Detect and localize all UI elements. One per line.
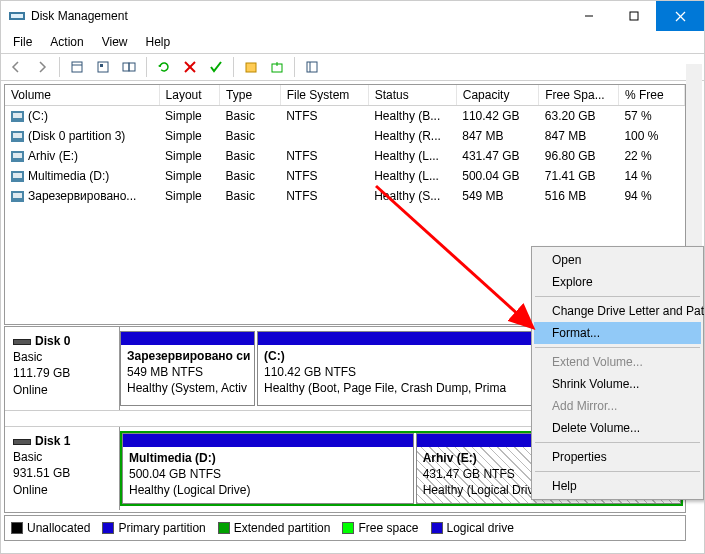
cell: 71.41 GB — [539, 166, 619, 186]
cell: Healthy (S... — [368, 186, 456, 206]
disk-size: 111.79 GB — [13, 365, 111, 381]
maximize-button[interactable] — [611, 1, 656, 31]
context-format[interactable]: Format... — [534, 322, 701, 344]
disk-header[interactable]: Disk 1 Basic 931.51 GB Online — [5, 427, 120, 510]
app-icon — [9, 8, 25, 24]
cell: Basic — [220, 186, 281, 206]
svg-rect-6 — [72, 62, 82, 72]
partition-line: 431.47 GB NTFS — [423, 467, 515, 481]
menu-action[interactable]: Action — [42, 33, 91, 51]
cell: 431.47 GB — [456, 146, 539, 166]
cell: Multimedia (D:) — [28, 169, 109, 183]
menu-help[interactable]: Help — [138, 33, 179, 51]
cell: NTFS — [280, 106, 368, 127]
col-fs[interactable]: File System — [280, 85, 368, 106]
cell: 847 MB — [456, 126, 539, 146]
cell: 500.04 GB — [456, 166, 539, 186]
col-volume[interactable]: Volume — [5, 85, 159, 106]
partition[interactable]: Зарезервировано си 549 MB NTFS Healthy (… — [120, 331, 255, 406]
context-add-mirror[interactable]: Add Mirror... — [534, 395, 701, 417]
disk-state: Online — [13, 382, 111, 398]
menu-file[interactable]: File — [5, 33, 40, 51]
table-row[interactable]: Arhiv (E:) Simple Basic NTFS Healthy (L.… — [5, 146, 685, 166]
cell: Зарезервировано... — [28, 189, 136, 203]
menubar: File Action View Help — [1, 31, 704, 53]
cell: NTFS — [280, 146, 368, 166]
col-layout[interactable]: Layout — [159, 85, 220, 106]
forward-button[interactable] — [31, 56, 53, 78]
partition-title: Multimedia (D:) — [129, 451, 216, 465]
disk-type: Basic — [13, 349, 111, 365]
disk-size: 931.51 GB — [13, 465, 111, 481]
check-button[interactable] — [205, 56, 227, 78]
partition-line: Healthy (Logical Drive) — [423, 483, 544, 497]
svg-rect-10 — [123, 63, 129, 71]
col-type[interactable]: Type — [220, 85, 281, 106]
disk-icon — [13, 439, 31, 445]
cell: Basic — [220, 146, 281, 166]
cell: Arhiv (E:) — [28, 149, 78, 163]
col-capacity[interactable]: Capacity — [456, 85, 539, 106]
partition-title: Зарезервировано си — [127, 349, 250, 363]
cell: Simple — [159, 146, 220, 166]
context-shrink-volume[interactable]: Shrink Volume... — [534, 373, 701, 395]
window-title: Disk Management — [31, 9, 566, 23]
cell: Healthy (R... — [368, 126, 456, 146]
toolbar-button[interactable] — [301, 56, 323, 78]
svg-rect-11 — [129, 63, 135, 71]
refresh-button[interactable] — [153, 56, 175, 78]
toolbar-button[interactable] — [66, 56, 88, 78]
table-row[interactable]: Multimedia (D:) Simple Basic NTFS Health… — [5, 166, 685, 186]
volume-icon — [11, 111, 24, 122]
back-button[interactable] — [5, 56, 27, 78]
col-pct[interactable]: % Free — [618, 85, 684, 106]
col-status[interactable]: Status — [368, 85, 456, 106]
context-change-drive-letter[interactable]: Change Drive Letter and Paths... — [534, 300, 701, 322]
separator — [535, 296, 700, 297]
toolbar-button[interactable] — [266, 56, 288, 78]
delete-button[interactable] — [179, 56, 201, 78]
disk-state: Online — [13, 482, 111, 498]
table-row[interactable]: (Disk 0 partition 3) Simple Basic Health… — [5, 126, 685, 146]
volume-icon — [11, 151, 24, 162]
close-button[interactable] — [656, 1, 704, 31]
menu-view[interactable]: View — [94, 33, 136, 51]
table-row[interactable]: Зарезервировано... Simple Basic NTFS Hea… — [5, 186, 685, 206]
cell: (C:) — [28, 109, 48, 123]
partition[interactable]: Multimedia (D:) 500.04 GB NTFS Healthy (… — [122, 433, 414, 504]
partition-line: 500.04 GB NTFS — [129, 467, 221, 481]
separator — [535, 442, 700, 443]
context-explore[interactable]: Explore — [534, 271, 701, 293]
legend-label: Unallocated — [27, 521, 90, 535]
toolbar-button[interactable] — [118, 56, 140, 78]
context-help[interactable]: Help — [534, 475, 701, 497]
partition-line: 110.42 GB NTFS — [264, 365, 356, 379]
disk-icon — [13, 339, 31, 345]
toolbar-button[interactable] — [92, 56, 114, 78]
partition-title: Arhiv (E:) — [423, 451, 477, 465]
context-open[interactable]: Open — [534, 249, 701, 271]
cell: 549 MB — [456, 186, 539, 206]
partition-line: 549 MB NTFS — [127, 365, 203, 379]
disk-header[interactable]: Disk 0 Basic 111.79 GB Online — [5, 327, 120, 410]
context-menu: Open Explore Change Drive Letter and Pat… — [531, 246, 704, 500]
col-free[interactable]: Free Spa... — [539, 85, 619, 106]
minimize-button[interactable] — [566, 1, 611, 31]
context-delete-volume[interactable]: Delete Volume... — [534, 417, 701, 439]
partition-line: Healthy (Logical Drive) — [129, 483, 250, 497]
volume-icon — [11, 191, 24, 202]
cell: 847 MB — [539, 126, 619, 146]
svg-rect-3 — [630, 12, 638, 20]
context-properties[interactable]: Properties — [534, 446, 701, 468]
volume-icon — [11, 171, 24, 182]
cell: 63.20 GB — [539, 106, 619, 127]
cell: Simple — [159, 166, 220, 186]
cell: Simple — [159, 186, 220, 206]
context-extend-volume[interactable]: Extend Volume... — [534, 351, 701, 373]
volume-icon — [11, 131, 24, 142]
table-row[interactable]: (C:) Simple Basic NTFS Healthy (B... 110… — [5, 106, 685, 127]
cell — [280, 126, 368, 146]
partition-line: Healthy (Boot, Page File, Crash Dump, Pr… — [264, 381, 506, 395]
cell: 22 % — [618, 146, 684, 166]
toolbar-button[interactable] — [240, 56, 262, 78]
